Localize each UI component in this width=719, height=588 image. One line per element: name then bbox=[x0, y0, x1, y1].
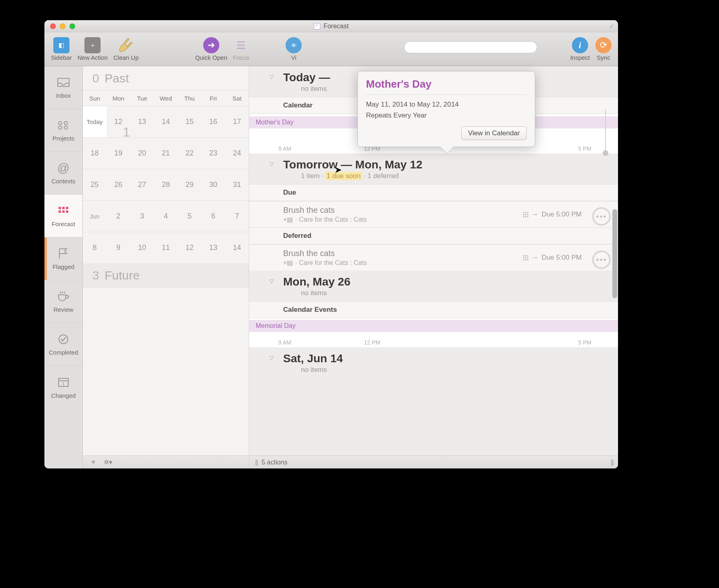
focus-button[interactable]: ☰ Focus bbox=[231, 37, 251, 61]
calendar-day[interactable]: 31 bbox=[225, 169, 249, 200]
calendar-week-row: Jun 2 3 4 5 6 7 bbox=[83, 200, 249, 232]
grip-icon[interactable]: ||| bbox=[255, 459, 257, 466]
calendar-event-memorial-day[interactable]: Memorial Day bbox=[249, 320, 618, 332]
calendar-week-row: 25 26 27 28 29 30 31 bbox=[83, 169, 249, 200]
perspective-review[interactable]: Review bbox=[44, 280, 82, 323]
perspective-inbox[interactable]: Inbox bbox=[44, 66, 82, 109]
weekday-header: Sun Mon Tue Wed Thu Fri Sat bbox=[83, 90, 249, 106]
weekday: Sun bbox=[83, 90, 107, 106]
window-title: Forecast bbox=[44, 23, 618, 30]
calendar-day[interactable]: 18 bbox=[83, 138, 107, 169]
calendar-day[interactable]: 25 bbox=[83, 169, 107, 200]
calendar-day[interactable]: 11 bbox=[154, 232, 178, 263]
status-bar: ||| 5 actions ||| bbox=[249, 456, 618, 468]
calendar-day[interactable]: 28 bbox=[154, 169, 178, 200]
calendar-day[interactable]: 19 bbox=[107, 138, 130, 169]
disclosure-triangle-icon[interactable]: ▽ bbox=[269, 278, 274, 284]
perspective-projects[interactable]: Projects bbox=[44, 109, 82, 152]
quick-open-button[interactable]: ➜ Quick Open bbox=[193, 37, 229, 61]
task-row[interactable]: Brush the cats +▤ · Care for the Cats : … bbox=[249, 201, 618, 227]
task-due-info: → Due 5:00 PM bbox=[523, 254, 582, 262]
day-subtitle: no items bbox=[267, 366, 327, 374]
calendar-day[interactable]: 22 bbox=[178, 138, 202, 169]
calendar-day[interactable]: 12 bbox=[178, 232, 202, 263]
perspective-flagged[interactable]: Flagged bbox=[44, 237, 82, 280]
toolbar-label: Vi bbox=[291, 54, 296, 61]
calendar-week-row: 8 9 10 11 12 13 14 bbox=[83, 232, 249, 263]
calendar-day[interactable]: 15 bbox=[178, 106, 202, 137]
calendar-day[interactable]: 10 bbox=[130, 232, 154, 263]
toolbar-label: Clean Up bbox=[114, 54, 139, 61]
calendar-day[interactable]: 6 bbox=[202, 201, 225, 232]
perspective-completed[interactable]: Completed bbox=[44, 323, 82, 366]
calendar-month-label[interactable]: Jun bbox=[83, 201, 107, 232]
calendar-day[interactable]: 8 bbox=[83, 232, 107, 263]
weekday: Tue bbox=[130, 90, 154, 106]
calendar-day[interactable]: 9 bbox=[107, 232, 130, 263]
time-label: 5 PM bbox=[578, 145, 591, 152]
calendar-day[interactable]: 14 bbox=[225, 232, 249, 263]
window-title-text: Forecast bbox=[324, 23, 349, 30]
sync-button[interactable]: ⟳ Sync bbox=[594, 37, 613, 61]
time-label: 9 AM bbox=[278, 339, 291, 346]
new-action-button[interactable]: ＋ New Action bbox=[76, 37, 109, 61]
calendar-day-icon: 1 bbox=[56, 376, 71, 389]
task-status-circle[interactable]: ••• bbox=[592, 250, 611, 269]
calendar-day[interactable]: 27 bbox=[130, 169, 154, 200]
calendar-day[interactable]: 4 bbox=[154, 201, 178, 232]
arrow-right-icon: → bbox=[532, 210, 538, 218]
calendar-day[interactable]: 2 bbox=[107, 201, 130, 232]
calendar-day[interactable]: 13 bbox=[202, 232, 225, 263]
svg-rect-5 bbox=[62, 207, 65, 209]
time-label: 12 PM bbox=[364, 339, 380, 346]
svg-rect-4 bbox=[59, 207, 61, 209]
disclosure-triangle-icon[interactable]: ▽ bbox=[269, 355, 274, 361]
due-section-label: Due bbox=[249, 184, 618, 201]
task-row[interactable]: Brush the cats +▤ · Care for the Cats : … bbox=[249, 244, 618, 271]
calendar-day[interactable]: 23 bbox=[202, 138, 225, 169]
calendar-day[interactable]: 5 bbox=[178, 201, 202, 232]
calendar-day[interactable]: 16 bbox=[202, 106, 225, 137]
task-status-circle[interactable]: ••• bbox=[592, 207, 611, 226]
calendar-day[interactable]: 26 bbox=[107, 169, 130, 200]
calendar-day[interactable]: 14 bbox=[154, 106, 178, 137]
view-button[interactable]: 👁 Vi bbox=[284, 37, 303, 61]
past-row[interactable]: 0 Past bbox=[83, 66, 249, 90]
calendar-day[interactable]: 3 bbox=[130, 201, 154, 232]
inspect-button[interactable]: i Inspect bbox=[569, 37, 591, 61]
perspective-label: Inbox bbox=[56, 92, 71, 99]
gear-menu[interactable]: ✲▾ bbox=[104, 458, 112, 466]
perspective-forecast[interactable]: Forecast bbox=[44, 195, 82, 237]
day-section-tomorrow: ▽ Tomorrow — Mon, May 12 1 item · 1 due … bbox=[249, 153, 618, 271]
add-button[interactable]: + bbox=[91, 458, 96, 467]
big-day-1: 1 bbox=[115, 125, 138, 140]
popover-title: Mother's Day bbox=[366, 78, 527, 95]
calendar-day[interactable]: 21 bbox=[154, 138, 178, 169]
grid-icon bbox=[56, 204, 71, 217]
calendar-day[interactable]: 17 bbox=[225, 106, 249, 137]
view-in-calendar-button[interactable]: View in Calendar bbox=[461, 126, 527, 140]
grip-icon[interactable]: ||| bbox=[611, 459, 613, 466]
disclosure-triangle-icon[interactable]: ▽ bbox=[269, 74, 274, 80]
calendar-day[interactable]: 20 bbox=[130, 138, 154, 169]
forecast-title-icon bbox=[314, 23, 320, 29]
past-label: Past bbox=[105, 71, 129, 85]
calendar-day-today[interactable]: Today bbox=[83, 106, 107, 137]
info-icon: i bbox=[572, 37, 588, 53]
calendar-day[interactable]: 29 bbox=[178, 169, 202, 200]
future-row[interactable]: 3 Future bbox=[83, 263, 249, 288]
clean-up-button[interactable]: Clean Up bbox=[112, 37, 141, 61]
sidebar-toggle-button[interactable]: ◧ Sidebar bbox=[49, 37, 74, 61]
perspective-contexts[interactable]: @ Contexts bbox=[44, 152, 82, 195]
toolbar-label: Focus bbox=[233, 54, 250, 61]
toolbar-label: Sidebar bbox=[51, 54, 72, 61]
past-count: 0 bbox=[87, 71, 105, 85]
fullscreen-icon[interactable]: ⤢ bbox=[609, 23, 614, 29]
scrollbar-thumb[interactable] bbox=[612, 209, 617, 298]
perspective-changed[interactable]: 1 Changed bbox=[44, 366, 82, 409]
search-input[interactable] bbox=[404, 41, 537, 53]
calendar-day[interactable]: 7 bbox=[225, 201, 249, 232]
calendar-day[interactable]: 24 bbox=[225, 138, 249, 169]
disclosure-triangle-icon[interactable]: ▽ bbox=[269, 161, 274, 167]
calendar-day[interactable]: 30 bbox=[202, 169, 225, 200]
